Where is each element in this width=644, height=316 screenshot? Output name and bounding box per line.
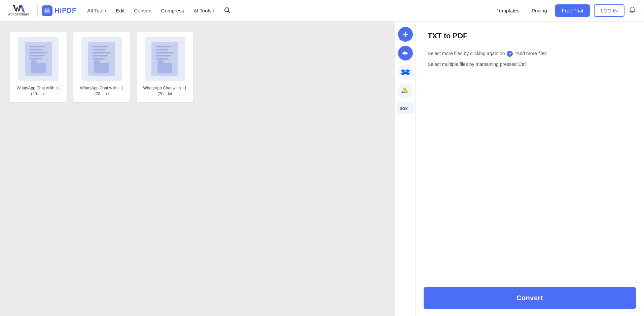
svg-line-5: [228, 11, 230, 13]
folder-icon: [31, 63, 46, 73]
pricing-link[interactable]: Pricing: [528, 5, 551, 16]
file-thumbnail: [18, 37, 59, 81]
nav-convert[interactable]: Convert: [130, 5, 156, 16]
file-card-1[interactable]: WhatsApp Chat w ith +1 (20....txt: [73, 32, 130, 102]
file-name: WhatsApp Chat w ith +1 (20....txt: [79, 85, 124, 97]
right-panel-content: TXT to PDF Select more files by clicking…: [416, 22, 644, 280]
svg-text:box: box: [399, 106, 408, 111]
file-name: WhatsApp Chat w ith +1 (20....txt: [142, 85, 188, 97]
hipdf-text: HiPDF: [55, 7, 76, 14]
svg-marker-1: [20, 5, 25, 12]
logo-area: wondershare: [8, 5, 29, 16]
ai-tools-chevron: ▾: [213, 9, 214, 12]
folder-icon: [94, 63, 109, 73]
file-thumbnail: [145, 37, 185, 81]
wondershare-icon: [13, 5, 25, 12]
dropbox-button[interactable]: [398, 65, 413, 79]
main-layout: WhatsApp Chat w ith +1 (20....txt W: [0, 22, 644, 316]
nav-ai-tools[interactable]: AI Tools ▾: [189, 5, 218, 16]
free-trial-button[interactable]: Free Trial: [555, 4, 590, 17]
sidebar-tools: box: [395, 22, 415, 316]
right-panel: TXT to PDF Select more files by clicking…: [415, 22, 644, 316]
wondershare-logo: wondershare: [8, 5, 29, 16]
panel-title: TXT to PDF: [428, 32, 632, 40]
convert-btn-bar: Convert: [416, 280, 644, 316]
nav-all-tool[interactable]: All Tool ▾: [83, 5, 110, 16]
folder-icon: [157, 63, 172, 73]
wondershare-text: wondershare: [8, 12, 29, 16]
file-name: WhatsApp Chat w ith +1 (20....txt: [15, 85, 61, 97]
all-tool-chevron: ▾: [105, 9, 106, 12]
convert-button[interactable]: Convert: [424, 287, 636, 309]
add-file-button[interactable]: [398, 27, 413, 42]
files-grid: WhatsApp Chat w ith +1 (20....txt W: [10, 32, 385, 102]
header: wondershare Hi HiPDF All Tool ▾ Edit Con…: [0, 0, 644, 22]
svg-marker-0: [13, 5, 22, 12]
hipdf-logo[interactable]: Hi HiPDF: [42, 5, 76, 16]
nav-compress[interactable]: Compress: [157, 5, 188, 16]
box-button[interactable]: box: [397, 102, 414, 114]
file-card-2[interactable]: WhatsApp Chat w ith +1 (20....txt: [137, 32, 193, 102]
search-button[interactable]: [220, 4, 235, 17]
nav-edit[interactable]: Edit: [112, 5, 129, 16]
svg-text:Hi: Hi: [45, 9, 49, 13]
login-button[interactable]: LOG IN: [594, 4, 624, 17]
header-right: Templates Pricing Free Trial LOG IN: [493, 4, 636, 17]
bell-icon[interactable]: [629, 6, 636, 15]
info-text-2: Select multiple files by mantaining pres…: [428, 61, 632, 69]
google-drive-button[interactable]: [398, 83, 413, 98]
header-divider: [37, 5, 38, 17]
plus-badge: +: [507, 51, 513, 57]
file-thumbnail: [81, 37, 122, 81]
file-card-0[interactable]: WhatsApp Chat w ith +1 (20....txt: [10, 32, 67, 102]
hipdf-icon: Hi: [42, 5, 52, 16]
hipdf-cloud-button[interactable]: [398, 46, 413, 61]
content-area: WhatsApp Chat w ith +1 (20....txt W: [0, 22, 395, 316]
nav-menu: All Tool ▾ Edit Convert Compress AI Tool…: [83, 4, 492, 17]
templates-link[interactable]: Templates: [493, 5, 524, 16]
info-text-1: Select more files by clicking again on +…: [428, 50, 632, 58]
